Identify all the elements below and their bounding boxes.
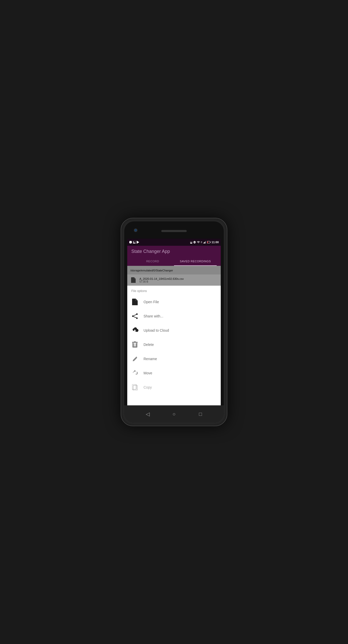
cloud-upload-icon: [131, 327, 138, 334]
bluetooth-icon: ⬓: [190, 241, 192, 244]
recents-button[interactable]: □: [195, 409, 205, 419]
delete-icon: [131, 341, 138, 348]
bottom-sheet: File options Open File: [127, 286, 221, 405]
menu-item-copy[interactable]: Copy: [127, 380, 221, 394]
screen: ⬓: [127, 239, 221, 405]
svg-rect-23: [132, 342, 138, 343]
svg-rect-0: [130, 241, 132, 241]
sheet-title: File options: [127, 286, 221, 295]
file-size: 57.00 B: [139, 280, 218, 283]
svg-marker-5: [133, 242, 136, 243]
notification-icon: [129, 241, 132, 244]
pencil-icon: [131, 355, 138, 362]
menu-item-move[interactable]: Move: [127, 366, 221, 380]
menu-label-delete: Delete: [144, 343, 154, 347]
svg-rect-8: [194, 242, 195, 242]
status-time: 11:00: [212, 241, 219, 244]
home-button[interactable]: ○: [169, 409, 179, 419]
play-store-icon: [137, 241, 139, 244]
image-status-icon: [133, 241, 136, 243]
menu-label-rename: Rename: [144, 357, 157, 361]
phone-frame: ⬓: [121, 218, 227, 426]
tab-saved-recordings[interactable]: SAVED RECORDINGS: [174, 257, 217, 266]
battery-icon: [207, 241, 211, 243]
svg-rect-9: [203, 243, 204, 243]
svg-rect-14: [210, 242, 211, 243]
menu-item-upload[interactable]: Upload to Cloud: [127, 323, 221, 338]
svg-rect-2: [130, 243, 131, 244]
svg-rect-28: [133, 343, 136, 343]
file-name: A_2020-01-14_10h51m02.630s.csv: [139, 277, 218, 280]
svg-rect-24: [134, 341, 136, 342]
menu-item-open[interactable]: Open File: [127, 295, 221, 309]
status-bar: ⬓: [127, 239, 221, 246]
svg-rect-15: [207, 241, 208, 243]
status-right-icons: ⬓: [190, 241, 219, 244]
svg-marker-6: [137, 241, 139, 244]
file-type-icon: [130, 277, 136, 283]
menu-item-rename[interactable]: Rename: [127, 352, 221, 366]
file-path-bar: /storage/emulated/0/StateChanger: [127, 266, 221, 274]
signal-icon: [203, 241, 206, 243]
svg-rect-1: [129, 241, 132, 243]
menu-label-move: Move: [144, 371, 152, 375]
svg-point-17: [132, 315, 134, 317]
menu-item-delete[interactable]: Delete: [127, 338, 221, 352]
menu-label-upload: Upload to Cloud: [144, 328, 169, 332]
bottom-navigation: ◁ ○ □: [124, 405, 224, 423]
network-e-icon: E: [201, 241, 202, 243]
tabs-container: RECORD SAVED RECORDINGS: [131, 257, 217, 266]
svg-rect-12: [205, 241, 206, 243]
svg-rect-11: [205, 242, 205, 243]
svg-line-19: [134, 315, 136, 316]
menu-label-share: Share with...: [144, 314, 163, 318]
share-icon: [131, 313, 138, 320]
file-icon: [131, 298, 138, 305]
menu-label-copy: Copy: [144, 385, 152, 389]
svg-line-20: [134, 317, 136, 318]
svg-point-4: [133, 241, 134, 242]
svg-rect-10: [204, 242, 204, 243]
copy-icon: [131, 384, 138, 391]
svg-point-16: [136, 313, 138, 315]
phone-speaker: [161, 230, 187, 232]
file-item[interactable]: A_2020-01-14_10h51m02.630s.csv 57.00 B: [127, 274, 221, 286]
app-title: State Changer App: [131, 249, 217, 254]
svg-point-18: [136, 317, 138, 319]
tab-record[interactable]: RECORD: [131, 257, 174, 266]
menu-label-open: Open File: [144, 300, 159, 304]
file-info: A_2020-01-14_10h51m02.630s.csv 57.00 B: [139, 277, 218, 283]
app-header: State Changer App RECORD SAVED RECORDING…: [127, 246, 221, 266]
back-button[interactable]: ◁: [143, 409, 153, 419]
file-path-text: /storage/emulated/0/StateChanger: [130, 269, 173, 272]
wifi-icon: [197, 241, 200, 243]
no-entry-icon: [193, 241, 196, 243]
menu-item-share[interactable]: Share with...: [127, 309, 221, 323]
status-left-icons: [129, 241, 139, 244]
move-icon: [131, 370, 138, 377]
front-camera: [134, 228, 137, 232]
phone-inner: ⬓: [124, 221, 224, 423]
